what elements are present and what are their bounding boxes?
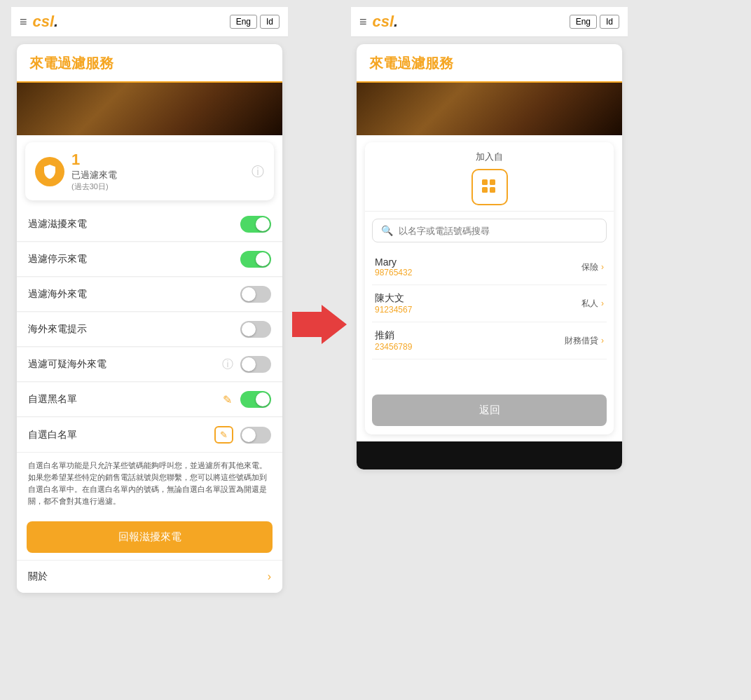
contact-2-phone: 91234567 (375, 305, 581, 315)
search-input[interactable] (399, 226, 598, 236)
setting-label-5: 過濾可疑海外來電 (28, 358, 222, 371)
contact-1-info: Mary 98765432 (375, 256, 581, 277)
contact-3-phone: 23456789 (375, 342, 565, 352)
grid-icon-box[interactable] (471, 169, 508, 205)
search-icon: 🔍 (381, 225, 393, 236)
setting-6-edit-icon[interactable]: ✎ (223, 393, 232, 406)
svg-rect-2 (482, 187, 488, 193)
setting-label-3: 過濾海外來電 (28, 288, 240, 301)
contact-3-info: 推銷 23456789 (375, 329, 565, 352)
contact-3-category: 財務借貸 › (565, 335, 604, 347)
contact-2-info: 陳大文 91234567 (375, 292, 581, 315)
toggle-3[interactable] (240, 286, 271, 303)
setting-label-2: 過濾停示來電 (28, 253, 240, 266)
stats-count: 1 (71, 151, 117, 169)
setting-item-3: 過濾海外來電 (17, 277, 282, 312)
left-lang-id[interactable]: Id (260, 15, 280, 29)
setting-label-6: 自選黑名單 (28, 393, 223, 406)
toggle-6[interactable] (240, 391, 271, 408)
setting-item-5: 過濾可疑海外來電 ⓘ (17, 348, 282, 382)
svg-rect-0 (482, 179, 488, 185)
right-hamburger-icon[interactable]: ≡ (359, 15, 367, 29)
left-logo: csl. (33, 13, 59, 31)
setting-label-7: 自選白名單 (28, 429, 214, 441)
setting-item-1: 過濾滋擾來電 (17, 207, 282, 242)
toggle-4[interactable] (240, 321, 271, 338)
about-row[interactable]: 關於 › (17, 560, 282, 593)
svg-rect-1 (490, 179, 495, 185)
contact-item-3[interactable]: 推銷 23456789 財務借貸 › (372, 322, 607, 359)
about-label: 關於 (28, 570, 268, 583)
svg-rect-3 (490, 187, 495, 193)
contact-1-category: 保險 › (581, 261, 604, 273)
left-panel-title: 來電過濾服務 (17, 44, 282, 83)
right-panel-title: 來電過濾服務 (357, 44, 622, 83)
stats-sublabel: (過去30日) (71, 181, 117, 192)
about-chevron-icon: › (268, 570, 271, 583)
shield-icon (35, 157, 64, 186)
left-hamburger-icon[interactable]: ≡ (20, 15, 27, 29)
contact-3-name: 推銷 (375, 329, 565, 342)
setting-7-edit-boxed[interactable]: ✎ (214, 426, 233, 444)
setting-label-1: 過濾滋擾來電 (28, 218, 240, 231)
right-lang-eng[interactable]: Eng (570, 15, 597, 29)
stats-info-icon[interactable]: ⓘ (252, 163, 264, 180)
stats-info: 1 已過濾來電 (過去30日) (71, 151, 117, 192)
contact-1-name: Mary (375, 256, 581, 268)
contact-2-name: 陳大文 (375, 292, 581, 305)
right-lang-id[interactable]: Id (600, 15, 619, 29)
contact-item-1[interactable]: Mary 98765432 保險 › (372, 249, 607, 285)
back-button[interactable]: 返回 (372, 394, 607, 426)
contact-list: Mary 98765432 保險 › 陳大文 91234567 私人 › (365, 249, 614, 359)
stats-label: 已過濾來電 (71, 169, 117, 181)
arrow-container (288, 7, 351, 600)
toggle-1[interactable] (240, 216, 271, 233)
right-logo: csl. (373, 13, 399, 31)
add-from-label: 加入自 (365, 151, 614, 163)
setting-label-4: 海外來電提示 (28, 323, 240, 336)
setting-item-2: 過濾停示來電 (17, 242, 282, 277)
toggle-7[interactable] (240, 427, 271, 444)
toggle-5[interactable] (240, 356, 271, 373)
toggle-2[interactable] (240, 251, 271, 268)
left-lang-eng[interactable]: Eng (230, 15, 257, 29)
setting-5-info-icon[interactable]: ⓘ (222, 357, 233, 372)
contact-1-phone: 98765432 (375, 268, 581, 277)
setting-item-6: 自選黑名單 ✎ (17, 383, 282, 417)
contact-2-category: 私人 › (581, 298, 604, 310)
whitelist-description: 自選白名單功能是只允許某些號碼能夠呼叫您，並過濾所有其他來電。如果您希望某些特定… (17, 453, 282, 514)
setting-item-4: 海外來電提示 (17, 313, 282, 347)
contact-item-2[interactable]: 陳大文 91234567 私人 › (372, 285, 607, 322)
report-button[interactable]: 回報滋擾來電 (27, 521, 273, 553)
setting-item-7: 自選白名單 ✎ (17, 418, 282, 453)
